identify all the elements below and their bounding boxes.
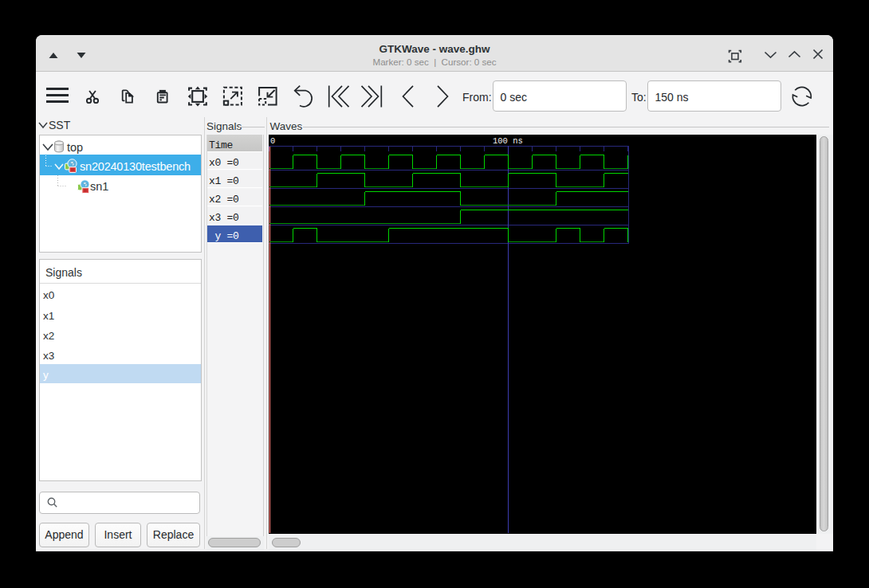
svg-text:100 ns: 100 ns [493, 136, 523, 146]
svg-text:0: 0 [270, 136, 275, 146]
